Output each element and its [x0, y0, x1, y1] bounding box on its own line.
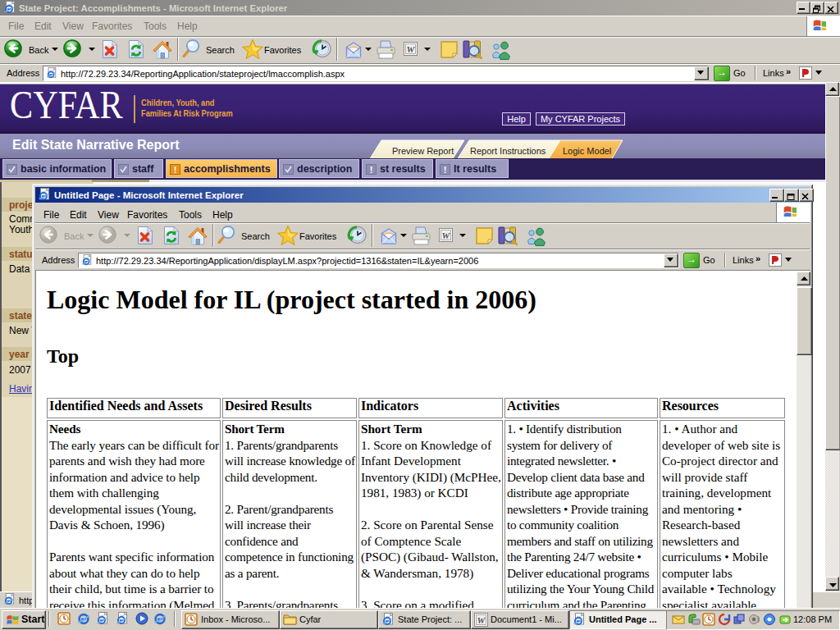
svg-text:W: W — [407, 44, 416, 54]
svg-text:W: W — [477, 615, 486, 625]
svg-text:W: W — [442, 231, 451, 240]
svg-text:!: ! — [174, 165, 177, 175]
svg-text:!: ! — [444, 165, 447, 175]
svg-text:!: ! — [370, 165, 373, 175]
